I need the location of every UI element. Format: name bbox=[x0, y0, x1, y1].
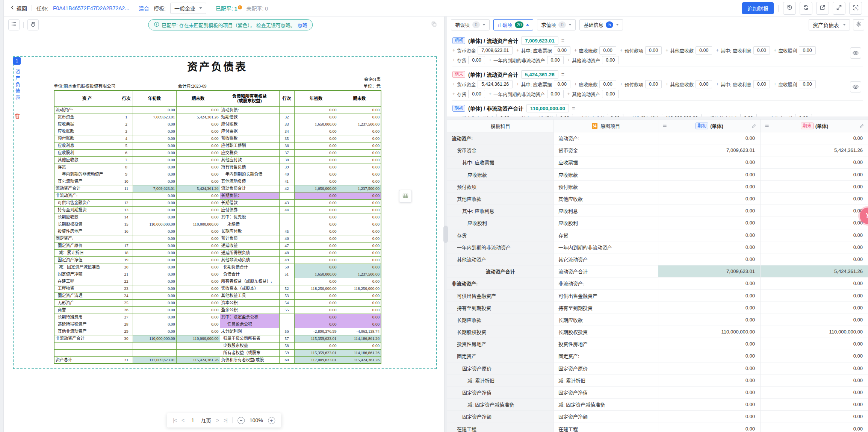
match-row[interactable]: 固定资产净值固定资产净值0.000.00 bbox=[447, 387, 868, 399]
begin-value-cell[interactable]: 0.00 bbox=[658, 387, 761, 398]
asset-end-value[interactable]: 0.00 bbox=[176, 249, 220, 256]
match-row[interactable]: 投资性房地产投资性房地产0.000.00 bbox=[447, 338, 868, 350]
asset-end-value[interactable]: 0.00 bbox=[176, 199, 220, 206]
asset-begin-value[interactable]: 0.00 bbox=[133, 171, 176, 178]
end-value-cell[interactable]: 0.00 bbox=[761, 338, 868, 350]
liability-end-value[interactable]: 0.00 bbox=[338, 221, 381, 228]
end-value-cell[interactable]: 0.00 bbox=[761, 253, 868, 265]
formula-item-value[interactable]: 0.00 bbox=[547, 56, 564, 64]
liability-end-value[interactable]: 0.00 bbox=[338, 135, 381, 142]
asset-begin-value[interactable]: 0.00 bbox=[133, 228, 176, 235]
liability-end-value[interactable]: 0.00 bbox=[338, 242, 381, 249]
liability-begin-value[interactable]: 0.00 bbox=[294, 321, 338, 328]
asset-end-value[interactable]: 0.00 bbox=[176, 192, 220, 199]
liability-end-value[interactable]: 0.00 bbox=[338, 249, 381, 256]
asset-begin-value[interactable]: 0.00 bbox=[133, 271, 176, 278]
asset-begin-value[interactable]: 0.00 bbox=[133, 121, 176, 128]
begin-value-cell[interactable]: 0.00 bbox=[658, 181, 761, 193]
liability-begin-value[interactable]: 1,650,000.00 bbox=[294, 185, 338, 192]
sheet-type-label[interactable]: 资产负债表 bbox=[14, 69, 21, 101]
asset-begin-value[interactable]: 0.00 bbox=[133, 249, 176, 256]
asset-end-value[interactable]: 0.00 bbox=[176, 156, 220, 164]
liability-begin-value[interactable]: 0.00 bbox=[294, 228, 338, 235]
end-value-cell[interactable]: 0.00 bbox=[761, 362, 868, 374]
formula-item-value[interactable]: 0.00 bbox=[602, 90, 618, 98]
asset-begin-value[interactable]: 0.00 bbox=[133, 135, 176, 142]
liability-end-value[interactable]: 0.00 bbox=[338, 164, 381, 171]
add-report-button[interactable]: 追加财报 bbox=[742, 2, 774, 14]
formula-item-value[interactable]: 0.00 bbox=[468, 90, 485, 98]
asset-begin-value[interactable]: 0.00 bbox=[133, 164, 176, 171]
copy-page-button[interactable] bbox=[428, 19, 440, 30]
settings-button[interactable] bbox=[853, 19, 864, 30]
document-viewport[interactable]: 1 资产负债表 资产负债表 会企01表 单位:丽水金汛股权投资有限公司 会计月:… bbox=[4, 33, 444, 432]
liability-begin-value[interactable]: 0.00 bbox=[294, 156, 338, 164]
zoom-in-button[interactable]: + bbox=[268, 417, 275, 424]
asset-begin-value[interactable]: 0.00 bbox=[133, 206, 176, 214]
end-value-cell[interactable]: 0.00 bbox=[761, 277, 868, 289]
liability-begin-value[interactable]: 0.00 bbox=[294, 149, 338, 156]
liability-end-value[interactable]: 0.00 bbox=[338, 156, 381, 164]
menu-icon[interactable] bbox=[662, 123, 667, 129]
fullscreen-button[interactable] bbox=[833, 2, 845, 15]
liability-begin-value[interactable]: 0.00 bbox=[294, 242, 338, 249]
liability-end-value[interactable]: 0.00 bbox=[338, 149, 381, 156]
asset-end-value[interactable]: 0.00 bbox=[176, 292, 220, 299]
match-row[interactable]: 固定资产原价固定资产原价0.000.00 bbox=[447, 362, 868, 374]
asset-end-value[interactable]: 0.00 bbox=[176, 171, 220, 178]
next-page-icon[interactable]: > bbox=[216, 417, 219, 423]
formula-item-value[interactable]: 0.00 bbox=[795, 114, 812, 117]
begin-value-cell[interactable]: 0.00 bbox=[658, 217, 761, 229]
formula-item-value[interactable]: 0.00 bbox=[599, 46, 616, 55]
liability-begin-value[interactable]: 0.00 bbox=[294, 264, 338, 271]
filter-correct[interactable]: 正确项20 bbox=[493, 19, 533, 30]
asset-end-value[interactable]: 0.00 bbox=[176, 278, 220, 285]
first-page-icon[interactable]: |< bbox=[173, 417, 177, 423]
match-row[interactable]: 其中: 应收票据应收票据0.000.00 bbox=[447, 156, 868, 168]
zoom-out-button[interactable]: − bbox=[237, 417, 245, 424]
liability-begin-value[interactable]: 0.00 bbox=[294, 164, 338, 171]
asset-begin-value[interactable]: 0.00 bbox=[133, 242, 176, 249]
asset-end-value[interactable]: 0.00 bbox=[176, 142, 220, 149]
formula-item-value[interactable]: 110,000,000.00 bbox=[662, 114, 702, 117]
liability-begin-value[interactable]: 0.00 bbox=[294, 306, 338, 314]
liability-begin-value[interactable]: 0.00 bbox=[294, 235, 338, 242]
match-row[interactable]: 长期应收款长期应收款0.000.00 bbox=[447, 314, 868, 326]
begin-value-cell[interactable]: 0.00 bbox=[658, 302, 761, 314]
asset-begin-value[interactable]: 110,000,000.00 bbox=[133, 335, 176, 342]
begin-value-cell[interactable]: 0.00 bbox=[658, 169, 761, 180]
end-value-cell[interactable]: 0.00 bbox=[761, 181, 868, 193]
liability-end-value[interactable]: 114,186,861.26 bbox=[338, 349, 381, 356]
asset-begin-value[interactable]: 0.00 bbox=[133, 156, 176, 164]
end-value-cell[interactable]: 0.00 bbox=[761, 411, 868, 422]
end-value-cell[interactable]: 110,000,000.00 bbox=[761, 326, 868, 338]
end-value-cell[interactable]: 0.00 bbox=[761, 169, 868, 180]
asset-begin-value[interactable]: 0.00 bbox=[133, 178, 176, 185]
begin-value-cell[interactable]: 0.00 bbox=[658, 374, 761, 386]
asset-begin-value[interactable]: 0.00 bbox=[133, 285, 176, 292]
asset-end-value[interactable]: 0.00 bbox=[176, 306, 220, 314]
liability-end-value[interactable]: 0.00 bbox=[338, 342, 381, 349]
liability-begin-value[interactable]: 0.00 bbox=[294, 192, 338, 199]
end-value-cell[interactable]: 0.00 bbox=[761, 302, 868, 314]
asset-begin-value[interactable]: 0.00 bbox=[133, 128, 176, 135]
asset-begin-value[interactable]: 110,000,000.00 bbox=[133, 221, 176, 228]
match-row[interactable]: 其他应收款其他应收款0.000.00 bbox=[447, 193, 868, 205]
current-page[interactable]: 1 bbox=[189, 417, 197, 423]
ignore-link[interactable]: 忽略 bbox=[298, 21, 307, 29]
formula-total-value[interactable]: 5,424,361.26 bbox=[521, 70, 558, 79]
begin-value-cell[interactable]: 0.00 bbox=[658, 411, 761, 422]
liability-end-value[interactable]: 0.00 bbox=[338, 214, 381, 221]
asset-begin-value[interactable]: 0.00 bbox=[133, 199, 176, 206]
formula-item-value[interactable]: 0.00 bbox=[556, 114, 573, 117]
liability-end-value[interactable]: 0.00 bbox=[338, 178, 381, 185]
asset-end-value[interactable]: 0.00 bbox=[176, 206, 220, 214]
formula-total-value[interactable]: 7,009,623.01 bbox=[521, 36, 558, 45]
formula-item-value[interactable]: 7,009,623.01 bbox=[478, 46, 513, 55]
asset-end-value[interactable]: 0.00 bbox=[176, 321, 220, 328]
formula-item-value[interactable]: 0.00 bbox=[602, 56, 618, 64]
liability-end-value[interactable]: 114,186,861.26 bbox=[338, 335, 381, 342]
formula-item-value[interactable]: 0.00 bbox=[607, 114, 623, 117]
end-value-cell[interactable]: 0.00 bbox=[761, 350, 868, 362]
asset-begin-value[interactable]: 0.00 bbox=[133, 328, 176, 335]
